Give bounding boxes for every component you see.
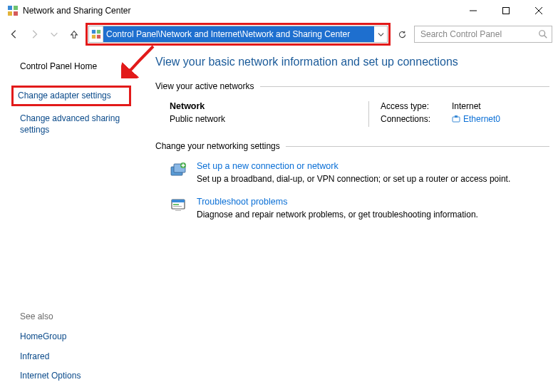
svg-rect-0 — [8, 6, 12, 10]
nic-icon — [452, 115, 460, 123]
network-name: Network — [170, 101, 361, 111]
app-icon — [7, 5, 19, 16]
troubleshoot-desc: Diagnose and repair network problems, or… — [197, 210, 478, 220]
svg-rect-20 — [172, 200, 185, 202]
setup-connection-desc: Set up a broadband, dial-up, or VPN conn… — [197, 174, 510, 184]
search-input[interactable] — [414, 26, 552, 43]
svg-rect-2 — [8, 11, 12, 16]
control-panel-icon — [89, 26, 103, 42]
see-also-infrared[interactable]: Infrared — [20, 347, 138, 367]
maximize-button[interactable] — [490, 0, 522, 21]
access-type-label: Access type: — [381, 101, 438, 111]
connection-link[interactable]: Ethernet0 — [452, 114, 500, 124]
svg-rect-15 — [455, 115, 458, 118]
svg-rect-8 — [91, 30, 95, 33]
change-advanced-sharing-link[interactable]: Change advanced sharing settings — [20, 110, 127, 138]
search-icon — [538, 29, 548, 39]
svg-rect-5 — [503, 8, 510, 14]
address-bar[interactable] — [103, 26, 374, 42]
adapter-settings-highlight: Change adapter settings — [11, 86, 131, 107]
page-heading: View your basic network information and … — [155, 56, 549, 68]
setup-connection-link[interactable]: Set up a new connection or network — [197, 161, 510, 171]
see-also-homegroup[interactable]: HomeGroup — [20, 327, 138, 347]
svg-point-12 — [539, 31, 545, 36]
back-button[interactable] — [6, 26, 23, 43]
control-panel-home-link[interactable]: Control Panel Home — [20, 58, 138, 76]
svg-rect-3 — [14, 11, 18, 16]
recent-dropdown[interactable] — [46, 26, 63, 43]
svg-rect-1 — [14, 6, 18, 10]
new-connection-icon — [170, 161, 187, 178]
troubleshoot-icon — [170, 197, 187, 214]
access-type-value: Internet — [452, 101, 481, 111]
svg-line-13 — [544, 36, 547, 38]
divider — [260, 86, 549, 87]
see-also-internet-options[interactable]: Internet Options — [20, 366, 138, 386]
svg-rect-14 — [453, 117, 460, 122]
network-type: Public network — [170, 114, 361, 124]
settings-header: Change your networking settings — [155, 141, 280, 151]
svg-rect-23 — [175, 209, 181, 211]
close-button[interactable] — [522, 0, 555, 21]
up-button[interactable] — [66, 26, 83, 43]
see-also-header: See also — [20, 311, 138, 321]
change-adapter-settings-link[interactable]: Change adapter settings — [18, 91, 125, 102]
window-title: Network and Sharing Center — [23, 6, 457, 16]
svg-rect-22 — [173, 206, 182, 207]
svg-rect-9 — [96, 30, 100, 33]
address-dropdown[interactable] — [374, 26, 387, 42]
forward-button[interactable] — [26, 26, 43, 43]
active-networks-header: View your active networks — [155, 81, 254, 91]
minimize-button[interactable] — [457, 0, 490, 21]
divider — [286, 146, 549, 147]
troubleshoot-link[interactable]: Troubleshoot problems — [197, 197, 478, 207]
svg-rect-10 — [91, 35, 95, 38]
svg-rect-11 — [96, 35, 100, 38]
refresh-button[interactable] — [393, 26, 410, 43]
connection-name: Ethernet0 — [463, 114, 500, 124]
connections-label: Connections: — [381, 114, 438, 124]
svg-rect-21 — [173, 204, 179, 205]
